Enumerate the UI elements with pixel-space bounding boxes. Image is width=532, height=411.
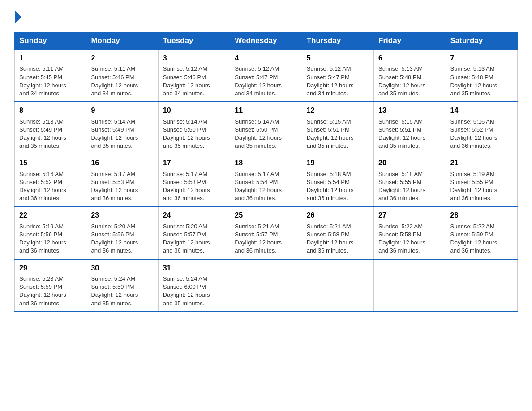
- day-info: Sunrise: 5:19 AMSunset: 5:55 PMDaylight:…: [450, 170, 513, 203]
- calendar-header-sunday: Sunday: [15, 33, 86, 50]
- day-info: Sunrise: 5:16 AMSunset: 5:52 PMDaylight:…: [450, 118, 513, 150]
- day-number: 3: [163, 53, 225, 63]
- calendar-week-row: 29 Sunrise: 5:23 AMSunset: 5:59 PMDaylig…: [15, 259, 518, 312]
- calendar-cell: 1 Sunrise: 5:11 AMSunset: 5:45 PMDayligh…: [15, 49, 86, 102]
- day-number: 21: [450, 158, 513, 168]
- day-number: 31: [163, 263, 225, 273]
- day-number: 30: [91, 263, 153, 273]
- calendar-cell: 24 Sunrise: 5:20 AMSunset: 5:57 PMDaylig…: [158, 206, 230, 259]
- calendar-header-friday: Friday: [374, 33, 446, 50]
- calendar-cell: 13 Sunrise: 5:15 AMSunset: 5:51 PMDaylig…: [374, 102, 446, 154]
- calendar-cell: 20 Sunrise: 5:18 AMSunset: 5:55 PMDaylig…: [374, 154, 446, 206]
- day-number: 23: [91, 210, 153, 220]
- calendar-cell: 12 Sunrise: 5:15 AMSunset: 5:51 PMDaylig…: [302, 102, 373, 154]
- calendar-cell: 11 Sunrise: 5:14 AMSunset: 5:50 PMDaylig…: [230, 102, 302, 154]
- day-info: Sunrise: 5:13 AMSunset: 5:48 PMDaylight:…: [378, 65, 441, 98]
- day-number: 22: [19, 210, 82, 220]
- calendar-cell: 30 Sunrise: 5:24 AMSunset: 5:59 PMDaylig…: [86, 259, 158, 312]
- calendar-cell: 29 Sunrise: 5:23 AMSunset: 5:59 PMDaylig…: [15, 259, 86, 312]
- day-number: 26: [307, 210, 369, 220]
- calendar-week-row: 1 Sunrise: 5:11 AMSunset: 5:45 PMDayligh…: [15, 49, 518, 102]
- day-info: Sunrise: 5:12 AMSunset: 5:46 PMDaylight:…: [163, 65, 225, 98]
- calendar-cell: 9 Sunrise: 5:14 AMSunset: 5:49 PMDayligh…: [86, 102, 158, 154]
- day-number: 4: [235, 53, 297, 63]
- day-number: 28: [450, 210, 513, 220]
- day-number: 19: [307, 158, 369, 168]
- day-info: Sunrise: 5:11 AMSunset: 5:45 PMDaylight:…: [19, 65, 82, 98]
- day-number: 18: [235, 158, 297, 168]
- page-header: [14, 11, 518, 23]
- day-info: Sunrise: 5:19 AMSunset: 5:56 PMDaylight:…: [19, 223, 82, 255]
- day-number: 2: [91, 53, 153, 63]
- day-number: 5: [307, 53, 369, 63]
- calendar-cell: 25 Sunrise: 5:21 AMSunset: 5:57 PMDaylig…: [230, 206, 302, 259]
- day-number: 7: [450, 53, 513, 63]
- calendar-cell: 4 Sunrise: 5:12 AMSunset: 5:47 PMDayligh…: [230, 49, 302, 102]
- calendar-cell: [230, 259, 302, 312]
- day-number: 17: [163, 158, 225, 168]
- day-number: 10: [163, 106, 225, 116]
- day-info: Sunrise: 5:18 AMSunset: 5:55 PMDaylight:…: [378, 170, 441, 203]
- calendar-cell: 10 Sunrise: 5:14 AMSunset: 5:50 PMDaylig…: [158, 102, 230, 154]
- day-info: Sunrise: 5:14 AMSunset: 5:50 PMDaylight:…: [235, 118, 297, 150]
- day-number: 29: [19, 263, 82, 273]
- day-info: Sunrise: 5:12 AMSunset: 5:47 PMDaylight:…: [307, 65, 369, 98]
- calendar-cell: 16 Sunrise: 5:17 AMSunset: 5:53 PMDaylig…: [86, 154, 158, 206]
- calendar-header-saturday: Saturday: [446, 33, 517, 50]
- calendar-cell: [374, 259, 446, 312]
- day-info: Sunrise: 5:17 AMSunset: 5:53 PMDaylight:…: [163, 170, 225, 203]
- day-info: Sunrise: 5:22 AMSunset: 5:59 PMDaylight:…: [450, 223, 513, 255]
- day-number: 25: [235, 210, 297, 220]
- calendar-week-row: 8 Sunrise: 5:13 AMSunset: 5:49 PMDayligh…: [15, 102, 518, 154]
- day-info: Sunrise: 5:21 AMSunset: 5:58 PMDaylight:…: [307, 223, 369, 255]
- day-info: Sunrise: 5:16 AMSunset: 5:52 PMDaylight:…: [19, 170, 82, 203]
- day-number: 14: [450, 106, 513, 116]
- calendar-cell: 3 Sunrise: 5:12 AMSunset: 5:46 PMDayligh…: [158, 49, 230, 102]
- calendar-cell: 21 Sunrise: 5:19 AMSunset: 5:55 PMDaylig…: [446, 154, 517, 206]
- calendar-cell: 19 Sunrise: 5:18 AMSunset: 5:54 PMDaylig…: [302, 154, 373, 206]
- calendar-cell: 28 Sunrise: 5:22 AMSunset: 5:59 PMDaylig…: [446, 206, 517, 259]
- logo: [14, 11, 22, 23]
- day-number: 13: [378, 106, 441, 116]
- day-info: Sunrise: 5:17 AMSunset: 5:53 PMDaylight:…: [91, 170, 153, 203]
- day-number: 6: [378, 53, 441, 63]
- day-info: Sunrise: 5:14 AMSunset: 5:49 PMDaylight:…: [91, 118, 153, 150]
- day-info: Sunrise: 5:11 AMSunset: 5:46 PMDaylight:…: [91, 65, 153, 98]
- calendar-cell: [302, 259, 373, 312]
- day-number: 8: [19, 106, 82, 116]
- logo-arrow-icon: [15, 11, 21, 23]
- day-info: Sunrise: 5:12 AMSunset: 5:47 PMDaylight:…: [235, 65, 297, 98]
- day-number: 24: [163, 210, 225, 220]
- calendar-header-monday: Monday: [86, 33, 158, 50]
- calendar-header-thursday: Thursday: [302, 33, 373, 50]
- calendar-cell: 15 Sunrise: 5:16 AMSunset: 5:52 PMDaylig…: [15, 154, 86, 206]
- calendar-header-row: SundayMondayTuesdayWednesdayThursdayFrid…: [15, 33, 518, 50]
- calendar-cell: 5 Sunrise: 5:12 AMSunset: 5:47 PMDayligh…: [302, 49, 373, 102]
- day-info: Sunrise: 5:13 AMSunset: 5:49 PMDaylight:…: [19, 118, 82, 150]
- calendar-cell: 2 Sunrise: 5:11 AMSunset: 5:46 PMDayligh…: [86, 49, 158, 102]
- day-info: Sunrise: 5:20 AMSunset: 5:57 PMDaylight:…: [163, 223, 225, 255]
- day-info: Sunrise: 5:24 AMSunset: 5:59 PMDaylight:…: [91, 275, 153, 308]
- calendar-cell: 6 Sunrise: 5:13 AMSunset: 5:48 PMDayligh…: [374, 49, 446, 102]
- calendar-cell: 22 Sunrise: 5:19 AMSunset: 5:56 PMDaylig…: [15, 206, 86, 259]
- day-info: Sunrise: 5:22 AMSunset: 5:58 PMDaylight:…: [378, 223, 441, 255]
- calendar-cell: 26 Sunrise: 5:21 AMSunset: 5:58 PMDaylig…: [302, 206, 373, 259]
- day-info: Sunrise: 5:23 AMSunset: 5:59 PMDaylight:…: [19, 275, 82, 308]
- day-number: 16: [91, 158, 153, 168]
- calendar-cell: 14 Sunrise: 5:16 AMSunset: 5:52 PMDaylig…: [446, 102, 517, 154]
- day-info: Sunrise: 5:21 AMSunset: 5:57 PMDaylight:…: [235, 223, 297, 255]
- calendar-cell: 8 Sunrise: 5:13 AMSunset: 5:49 PMDayligh…: [15, 102, 86, 154]
- calendar-header-wednesday: Wednesday: [230, 33, 302, 50]
- day-number: 20: [378, 158, 441, 168]
- calendar-week-row: 15 Sunrise: 5:16 AMSunset: 5:52 PMDaylig…: [15, 154, 518, 206]
- day-info: Sunrise: 5:17 AMSunset: 5:54 PMDaylight:…: [235, 170, 297, 203]
- day-number: 12: [307, 106, 369, 116]
- calendar-cell: 31 Sunrise: 5:24 AMSunset: 6:00 PMDaylig…: [158, 259, 230, 312]
- day-number: 9: [91, 106, 153, 116]
- day-info: Sunrise: 5:14 AMSunset: 5:50 PMDaylight:…: [163, 118, 225, 150]
- calendar-cell: 7 Sunrise: 5:13 AMSunset: 5:48 PMDayligh…: [446, 49, 517, 102]
- day-number: 11: [235, 106, 297, 116]
- day-info: Sunrise: 5:13 AMSunset: 5:48 PMDaylight:…: [450, 65, 513, 98]
- calendar-week-row: 22 Sunrise: 5:19 AMSunset: 5:56 PMDaylig…: [15, 206, 518, 259]
- day-info: Sunrise: 5:18 AMSunset: 5:54 PMDaylight:…: [307, 170, 369, 203]
